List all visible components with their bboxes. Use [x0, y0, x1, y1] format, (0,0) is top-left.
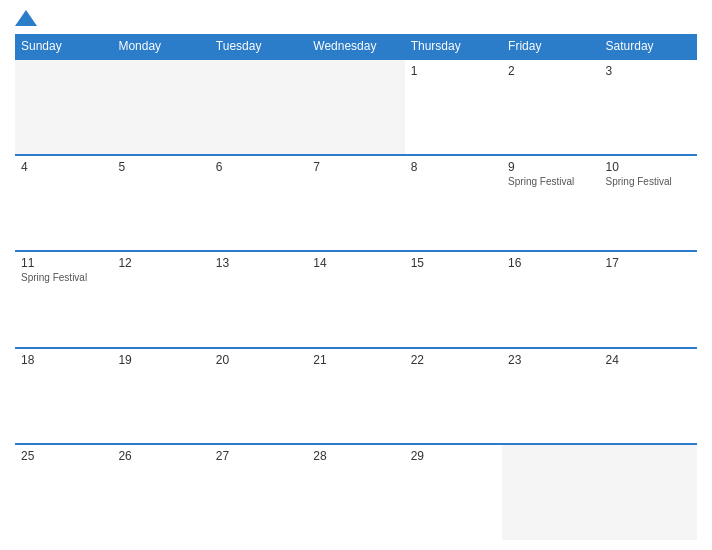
day-number: 11: [21, 256, 106, 270]
day-number: 23: [508, 353, 593, 367]
calendar-cell: 3: [600, 59, 697, 155]
day-number: 24: [606, 353, 691, 367]
day-number: 25: [21, 449, 106, 463]
day-number: 10: [606, 160, 691, 174]
calendar-cell: 12: [112, 251, 209, 347]
day-number: 26: [118, 449, 203, 463]
calendar-cell: 23: [502, 348, 599, 444]
logo-triangle-icon: [15, 10, 37, 26]
calendar-cell: 24: [600, 348, 697, 444]
calendar-cell: 10Spring Festival: [600, 155, 697, 251]
calendar-cell: 5: [112, 155, 209, 251]
calendar-cell: 19: [112, 348, 209, 444]
calendar-cell: 14: [307, 251, 404, 347]
calendar-week-row: 2526272829: [15, 444, 697, 540]
day-number: 21: [313, 353, 398, 367]
calendar-cell: 11Spring Festival: [15, 251, 112, 347]
calendar-week-row: 18192021222324: [15, 348, 697, 444]
calendar-week-row: 123: [15, 59, 697, 155]
day-number: 3: [606, 64, 691, 78]
calendar-cell: 1: [405, 59, 502, 155]
day-number: 13: [216, 256, 301, 270]
day-number: 1: [411, 64, 496, 78]
calendar-cell: 13: [210, 251, 307, 347]
calendar-cell: 15: [405, 251, 502, 347]
day-number: 4: [21, 160, 106, 174]
calendar-cell: 16: [502, 251, 599, 347]
day-number: 29: [411, 449, 496, 463]
calendar-wrapper: SundayMondayTuesdayWednesdayThursdayFrid…: [0, 0, 712, 550]
calendar-cell: 26: [112, 444, 209, 540]
weekday-header-thursday: Thursday: [405, 34, 502, 59]
event-label: Spring Festival: [21, 272, 106, 283]
logo: [15, 10, 37, 26]
weekday-header-tuesday: Tuesday: [210, 34, 307, 59]
calendar-cell: 20: [210, 348, 307, 444]
weekday-header-row: SundayMondayTuesdayWednesdayThursdayFrid…: [15, 34, 697, 59]
calendar-cell: [210, 59, 307, 155]
event-label: Spring Festival: [508, 176, 593, 187]
calendar-cell: [307, 59, 404, 155]
calendar-cell: [600, 444, 697, 540]
day-number: 5: [118, 160, 203, 174]
calendar-cell: 29: [405, 444, 502, 540]
weekday-header-friday: Friday: [502, 34, 599, 59]
day-number: 15: [411, 256, 496, 270]
calendar-cell: [112, 59, 209, 155]
calendar-cell: 25: [15, 444, 112, 540]
day-number: 9: [508, 160, 593, 174]
day-number: 20: [216, 353, 301, 367]
calendar-cell: [15, 59, 112, 155]
day-number: 18: [21, 353, 106, 367]
day-number: 7: [313, 160, 398, 174]
calendar-cell: 27: [210, 444, 307, 540]
calendar-cell: 22: [405, 348, 502, 444]
day-number: 28: [313, 449, 398, 463]
weekday-header-monday: Monday: [112, 34, 209, 59]
weekday-header-sunday: Sunday: [15, 34, 112, 59]
day-number: 22: [411, 353, 496, 367]
weekday-header-wednesday: Wednesday: [307, 34, 404, 59]
calendar-cell: 8: [405, 155, 502, 251]
svg-marker-0: [15, 10, 37, 26]
calendar-cell: [502, 444, 599, 540]
calendar-cell: 4: [15, 155, 112, 251]
day-number: 27: [216, 449, 301, 463]
weekday-header-saturday: Saturday: [600, 34, 697, 59]
calendar-cell: 9Spring Festival: [502, 155, 599, 251]
calendar-cell: 2: [502, 59, 599, 155]
day-number: 12: [118, 256, 203, 270]
calendar-week-row: 11Spring Festival121314151617: [15, 251, 697, 347]
calendar-week-row: 456789Spring Festival10Spring Festival: [15, 155, 697, 251]
calendar-cell: 17: [600, 251, 697, 347]
calendar-cell: 21: [307, 348, 404, 444]
day-number: 16: [508, 256, 593, 270]
day-number: 8: [411, 160, 496, 174]
event-label: Spring Festival: [606, 176, 691, 187]
day-number: 14: [313, 256, 398, 270]
calendar-cell: 18: [15, 348, 112, 444]
day-number: 6: [216, 160, 301, 174]
day-number: 2: [508, 64, 593, 78]
calendar-table: SundayMondayTuesdayWednesdayThursdayFrid…: [15, 34, 697, 540]
day-number: 17: [606, 256, 691, 270]
calendar-cell: 7: [307, 155, 404, 251]
calendar-cell: 28: [307, 444, 404, 540]
calendar-cell: 6: [210, 155, 307, 251]
day-number: 19: [118, 353, 203, 367]
calendar-header: [15, 10, 697, 26]
